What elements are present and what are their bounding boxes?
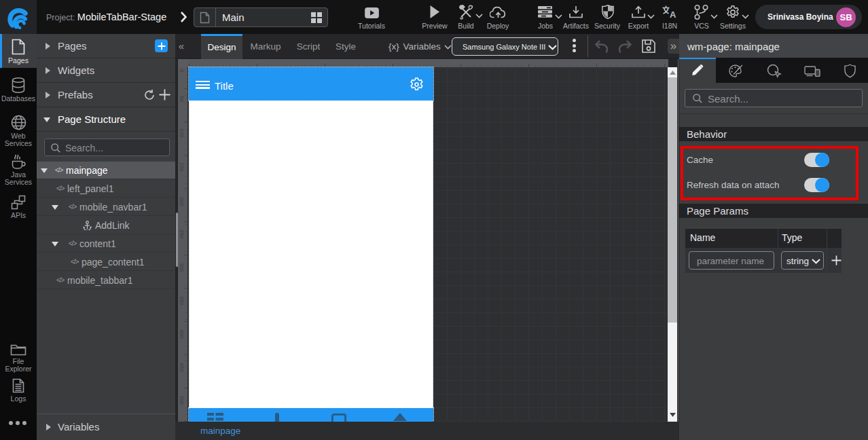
svg-text:A: A xyxy=(670,10,676,19)
